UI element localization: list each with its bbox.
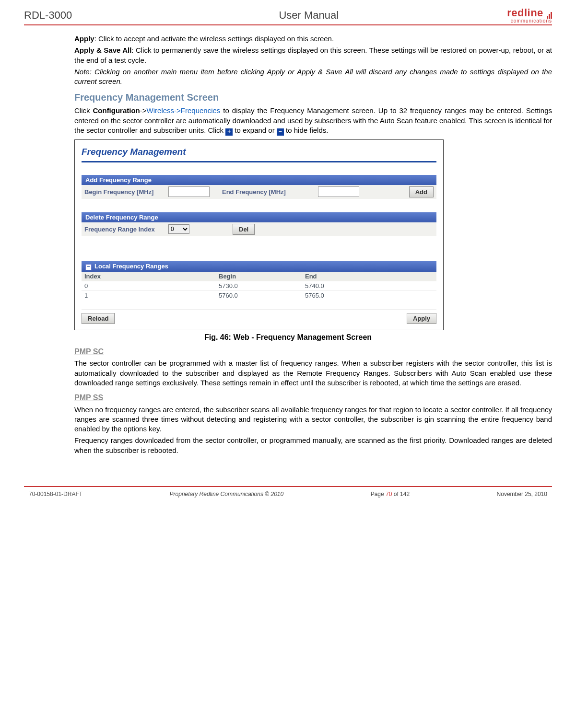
fig-number: Fig. 46 <box>204 333 229 341</box>
page-post: of 142 <box>392 491 410 497</box>
page-footer: 70-00158-01-DRAFT Proprietary Redline Co… <box>0 491 576 507</box>
footer-date: November 25, 2010 <box>497 491 547 497</box>
cell-end: 5740.0 <box>305 282 391 289</box>
add-button[interactable]: Add <box>409 186 434 197</box>
applysave-text: : Click to permanently save the wireless… <box>74 46 552 64</box>
pmp-ss-text1: When no frequency ranges are entered, th… <box>74 405 552 434</box>
col-begin: Begin <box>219 273 305 280</box>
cell-begin: 5730.0 <box>219 282 305 289</box>
p1d: to expand or <box>233 126 277 134</box>
begin-freq-input[interactable] <box>168 186 210 197</box>
add-range-header: Add Frequency Range <box>82 175 436 185</box>
page-indicator: Page 70 of 142 <box>371 491 410 497</box>
cell-end: 5765.0 <box>305 292 391 299</box>
fig-text: : Web - Frequency Management Screen <box>229 333 372 341</box>
cell-index: 0 <box>84 282 219 289</box>
p1a: Click <box>74 106 93 115</box>
apply-paragraph: Apply: Click to accept and activate the … <box>74 34 552 44</box>
product-name: RDL-3000 <box>24 9 72 22</box>
collapse-minus-icon[interactable]: − <box>85 264 92 270</box>
range-index-select[interactable]: 0 <box>168 224 189 234</box>
signal-bars-icon <box>546 11 552 19</box>
pmp-ss-heading: PMP SS <box>74 393 552 403</box>
pmp-ss-text2: Frequency ranges downloaded from the sec… <box>74 436 552 455</box>
page-current: 70 <box>386 491 392 497</box>
config-bold: Configuration <box>93 106 140 115</box>
pmp-sc-heading: PMP SC <box>74 347 552 357</box>
col-end: End <box>305 273 391 280</box>
copyright: Proprietary Redline Communications © 201… <box>170 491 284 497</box>
grid-header-row: Index Begin End <box>82 272 436 281</box>
page-header: RDL-3000 User Manual redline communicati… <box>24 7 552 25</box>
lower-body: PMP SC The sector controller can be prog… <box>74 347 552 455</box>
local-ranges-header: −Local Frequency Ranges <box>82 261 436 272</box>
applysave-paragraph: Apply & Save All: Click to permanently s… <box>74 46 552 65</box>
cell-index: 1 <box>84 292 219 299</box>
table-row: 0 5730.0 5740.0 <box>82 281 436 290</box>
bottom-button-row: Reload Apply <box>82 313 436 324</box>
nav-link: Wireless->Frequencies <box>147 106 221 115</box>
range-index-label: Frequency Range Index <box>84 226 168 233</box>
p1e: to hide fields. <box>284 126 329 134</box>
expand-minus-icon: − <box>277 128 284 136</box>
begin-freq-label: Begin Frequency [MHz] <box>84 188 168 196</box>
apply-label: Apply <box>74 35 94 43</box>
doc-title: User Manual <box>279 9 339 22</box>
section-heading: Frequency Management Screen <box>74 91 552 104</box>
add-range-row: Begin Frequency [MHz] End Frequency [MHz… <box>82 185 436 199</box>
divider <box>82 310 436 310</box>
section-paragraph: Click Configuration->Wireless->Frequenci… <box>74 106 552 136</box>
del-range-header: Delete Frequency Range <box>82 212 436 222</box>
doc-number: 70-00158-01-DRAFT <box>29 491 82 497</box>
figure-caption: Fig. 46: Web - Frequency Management Scre… <box>24 333 552 342</box>
table-row: 1 5760.0 5765.0 <box>82 290 436 300</box>
cell-begin: 5760.0 <box>219 292 305 299</box>
frequency-mgmt-screenshot: Frequency Management Add Frequency Range… <box>74 139 444 330</box>
applysave-label: Apply & Save All <box>74 46 131 54</box>
apply-text: : Click to accept and activate the wirel… <box>94 35 334 43</box>
brand-logo: redline communications <box>507 7 552 23</box>
del-button[interactable]: Del <box>233 224 255 235</box>
logo-text: redline <box>507 7 543 19</box>
expand-plus-icon: + <box>225 128 233 136</box>
local-ranges-label: Local Frequency Ranges <box>94 263 168 270</box>
body-content: Apply: Click to accept and activate the … <box>74 34 552 136</box>
p1b: -> <box>140 106 147 115</box>
page-pre: Page <box>371 491 386 497</box>
apply-button[interactable]: Apply <box>407 313 436 324</box>
col-index: Index <box>84 273 219 280</box>
note-paragraph: Note: Clicking on another main menu item… <box>74 67 552 87</box>
del-range-row: Frequency Range Index 0 Del <box>82 222 436 236</box>
footer-rule <box>24 486 552 487</box>
fm-title: Frequency Management <box>82 147 436 157</box>
title-underline <box>82 161 436 162</box>
pmp-sc-text: The sector controller can be programmed … <box>74 358 552 388</box>
reload-button[interactable]: Reload <box>82 313 115 324</box>
end-freq-label: End Frequency [MHz] <box>222 188 318 196</box>
logo-subtext: communications <box>507 18 552 23</box>
end-freq-input[interactable] <box>318 186 359 197</box>
